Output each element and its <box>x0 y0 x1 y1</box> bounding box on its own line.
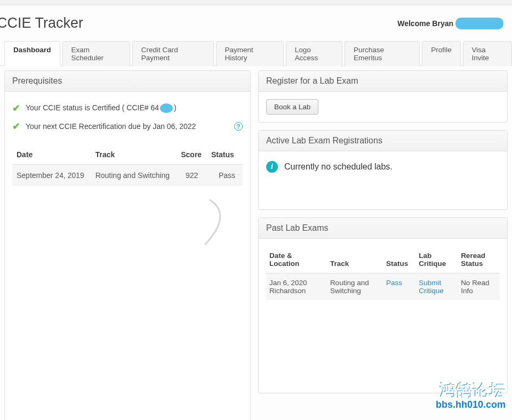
active-registrations-panel: Active Lab Exam Registrations i Currentl… <box>258 130 508 210</box>
active-reg-body: i Currently no scheduled labs. <box>259 151 507 182</box>
left-column: Prerequisites ✔ Your CCIE status is Cert… <box>4 70 251 420</box>
th-reread: Reread Status <box>458 246 500 273</box>
page-title: CCIE Tracker <box>0 15 83 31</box>
ccie-status-prefix: Your CCIE status is Certified ( CCIE# 64 <box>26 103 159 112</box>
cell-reread: No Read Info <box>458 273 500 301</box>
tab-bar: Dashboard Exam Scheduler Credit Card Pay… <box>0 41 512 66</box>
right-column: Register for a Lab Exam Book a Lab Activ… <box>258 70 508 420</box>
tab-logo-access[interactable]: Logo Access <box>286 41 342 66</box>
recert-text: Your next CCIE Recertification due by Ja… <box>26 122 196 131</box>
cell-status: Pass <box>207 165 243 187</box>
cell-date-location: Jan 6, 2020 Richardson <box>266 273 327 301</box>
ccie-status-text: Your CCIE status is Certified ( CCIE# 64… <box>26 103 177 113</box>
check-icon: ✔ <box>12 102 20 114</box>
tab-exam-scheduler[interactable]: Exam Scheduler <box>62 41 130 66</box>
active-reg-title: Active Lab Exam Registrations <box>259 131 507 151</box>
past-exams-table: Date & Location Track Status Lab Critiqu… <box>266 246 500 300</box>
empty-registrations-row: i Currently no scheduled labs. <box>266 159 500 175</box>
status-link[interactable]: Pass <box>386 279 402 287</box>
empty-reg-text: Currently no scheduled labs. <box>284 162 393 172</box>
tab-payment-history[interactable]: Payment History <box>216 41 284 66</box>
help-icon[interactable]: ? <box>234 122 243 131</box>
check-icon: ✔ <box>12 120 20 132</box>
submit-critique-link[interactable]: Submit Critique <box>419 279 444 295</box>
register-title: Register for a Lab Exam <box>259 71 507 92</box>
tab-credit-card-payment[interactable]: Credit Card Payment <box>132 41 214 66</box>
tab-purchase-emeritus[interactable]: Purchase Emeritus <box>345 41 420 66</box>
prereq-status-row: ✔ Your CCIE status is Certified ( CCIE# … <box>12 99 243 117</box>
register-panel: Register for a Lab Exam Book a Lab <box>258 70 508 123</box>
register-body: Book a Lab <box>259 92 507 122</box>
prereq-recert-row: ✔ Your next CCIE Recertification due by … <box>12 117 243 135</box>
redacted-name <box>455 18 503 29</box>
past-exams-title: Past Lab Exams <box>259 218 507 239</box>
cell-status: Pass <box>383 273 415 301</box>
info-icon: i <box>266 161 278 173</box>
table-row: Jan 6, 2020 Richardson Routing and Switc… <box>266 273 500 301</box>
redacted-ccie-number <box>160 103 173 113</box>
th-status: Status <box>207 145 243 165</box>
th-score: Score <box>177 145 207 165</box>
content-area: Prerequisites ✔ Your CCIE status is Cert… <box>0 66 512 420</box>
tab-visa-invite[interactable]: Visa Invite <box>463 41 512 66</box>
past-location: Richardson <box>269 287 306 295</box>
prerequisites-body: ✔ Your CCIE status is Certified ( CCIE# … <box>5 92 250 193</box>
table-row: September 24, 2019 Routing and Switching… <box>12 165 243 187</box>
top-strip <box>0 0 512 5</box>
cell-critique: Submit Critique <box>415 273 458 301</box>
book-lab-button[interactable]: Book a Lab <box>266 99 318 115</box>
cell-track: Routing and Switching <box>327 273 383 301</box>
cell-date: September 24, 2019 <box>12 165 91 187</box>
past-exams-panel: Past Lab Exams Date & Location Track Sta… <box>258 217 508 393</box>
page-header: CCIE Tracker Welcome Bryan <box>0 5 512 41</box>
th-status: Status <box>383 246 415 273</box>
tab-dashboard[interactable]: Dashboard <box>4 41 60 66</box>
past-exams-body: Date & Location Track Status Lab Critiqu… <box>259 239 507 308</box>
past-date: Jan 6, 2020 <box>269 279 307 287</box>
prerequisites-title: Prerequisites <box>5 71 250 92</box>
th-track: Track <box>327 246 383 273</box>
welcome-text: Welcome Bryan <box>397 19 453 28</box>
cell-track: Routing and Switching <box>91 165 177 187</box>
tab-profile[interactable]: Profile <box>422 41 460 66</box>
th-date: Date <box>12 145 91 165</box>
th-critique: Lab Critique <box>415 246 458 273</box>
prereq-exam-table: Date Track Score Status September 24, 20… <box>12 145 243 186</box>
cell-score: 922 <box>177 165 207 187</box>
welcome-user: Welcome Bryan <box>397 18 503 29</box>
prerequisites-panel: Prerequisites ✔ Your CCIE status is Cert… <box>4 70 251 420</box>
th-track: Track <box>91 145 177 165</box>
ccie-status-suffix: ) <box>174 103 177 112</box>
th-date-location: Date & Location <box>266 246 327 273</box>
